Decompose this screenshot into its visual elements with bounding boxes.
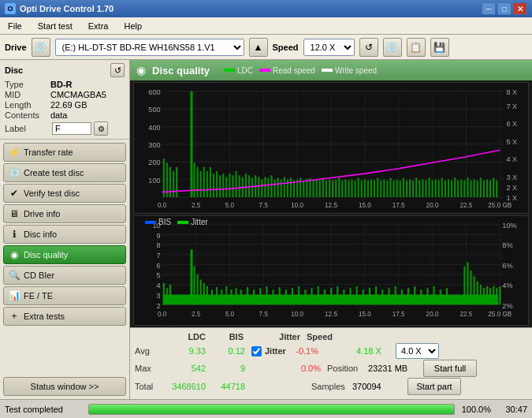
nav-cd-bier[interactable]: 🔍 CD BIer [3,266,126,285]
stats-table: LDC BIS Jitter Speed Avg 9.33 0.12 Jitte… [135,332,527,395]
svg-rect-241 [474,277,475,305]
svg-rect-120 [422,180,423,197]
max-ldc: 542 [165,364,212,373]
svg-text:7 X: 7 X [506,102,517,110]
close-button[interactable]: ✕ [513,2,527,15]
avg-speed-val: 4.18 X [356,346,396,356]
svg-text:3 X: 3 X [506,172,517,181]
svg-rect-47 [176,167,177,197]
disc-label-input[interactable] [52,122,91,135]
refresh-button[interactable]: ↺ [359,38,378,57]
svg-rect-107 [380,181,381,197]
disc-label-row: Label ⚙ [5,121,125,136]
svg-rect-247 [493,286,494,304]
disc-length-val: 22.69 GB [50,100,87,110]
total-bis: 44718 [212,382,251,391]
svg-rect-109 [386,181,388,197]
svg-rect-226 [375,286,377,304]
menu-file[interactable]: File [3,20,27,32]
svg-rect-222 [349,288,351,304]
svg-rect-127 [445,181,446,197]
samples-label: Samples [311,382,352,391]
left-panel: Disc ↺ Type BD-R MID CMCMAGBA5 Length 22… [0,60,130,399]
speed-select-bottom[interactable]: 1.0 X2.0 X4.0 X6.0 X8.0 X10.0 X12.0 X [396,343,439,359]
svg-rect-131 [457,181,459,197]
svg-rect-46 [173,171,174,197]
svg-rect-191 [166,288,168,304]
start-full-button[interactable]: Start full [423,360,477,377]
svg-text:6%: 6% [502,262,512,270]
svg-text:2: 2 [157,302,161,310]
legend-bis-color [145,221,156,224]
svg-rect-243 [480,285,482,304]
svg-rect-237 [446,288,448,304]
drive-select[interactable]: (E:) HL-DT-ST BD-RE WH16NS58 1.V1 [55,39,244,56]
svg-text:25.0 GB: 25.0 GB [488,310,512,318]
nav-drive-info[interactable]: 🖥 Drive info [3,204,126,223]
svg-rect-86 [313,181,314,197]
svg-rect-239 [467,263,468,305]
disc-contents-val: data [50,110,67,120]
nav-extra-tests[interactable]: + Extra tests [3,307,126,326]
legend-write-label: Write speed [335,66,377,75]
menu-extra[interactable]: Extra [84,20,113,32]
svg-rect-69 [258,177,259,197]
svg-rect-71 [264,177,266,197]
svg-rect-108 [383,180,385,197]
maximize-button[interactable]: □ [497,2,512,15]
nav-transfer-rate[interactable]: ⚡ Transfer rate [3,143,126,162]
svg-rect-87 [316,180,318,197]
svg-rect-90 [326,181,327,197]
svg-rect-195 [197,274,199,304]
nav-fe-te[interactable]: 📊 FE / TE [3,286,126,305]
svg-text:17.5: 17.5 [392,310,405,318]
svg-rect-140 [486,180,488,197]
disc-type-row: Type BD-R [5,80,125,89]
svg-rect-45 [169,167,171,197]
svg-rect-197 [203,283,205,305]
disc-label-settings-button[interactable]: ⚙ [94,121,108,136]
legend-read-speed: Read speed [259,66,315,75]
bottom-chart-legend: BIS Jitter [145,218,208,226]
speed-select[interactable]: 12.0 X [303,39,355,56]
eject-button[interactable]: ▲ [249,38,268,57]
save-button[interactable]: 💾 [430,38,449,57]
svg-rect-122 [428,177,430,197]
top-chart-svg: 600 500 400 300 200 100 8 X 7 X 6 X 5 X … [134,83,528,213]
copy-button[interactable]: 📋 [407,38,426,57]
nav-disc-info[interactable]: ℹ Disc info [3,225,126,244]
svg-rect-212 [285,290,287,305]
nav-verify-test[interactable]: ✔ Verify test disc [3,184,126,203]
svg-text:600: 600 [148,88,160,96]
jitter-checkbox[interactable] [251,346,262,356]
start-part-button[interactable]: Start part [407,378,461,395]
menu-start-test[interactable]: Start test [33,20,77,32]
svg-rect-249 [499,286,500,304]
nav-fe-te-label: FE / TE [24,291,53,300]
svg-text:20.0: 20.0 [426,310,439,318]
svg-rect-196 [200,280,202,305]
window-controls: ─ □ ✕ [482,2,527,15]
minimize-button[interactable]: ─ [482,2,496,15]
disc-refresh-button[interactable]: ↺ [110,63,125,77]
nav-create-test[interactable]: 💿 Create test disc [3,163,126,182]
svg-rect-119 [419,181,420,197]
status-window-button[interactable]: Status window >> [3,377,126,396]
nav-disc-quality[interactable]: ◉ Disc quality [3,245,126,264]
svg-text:22.5: 22.5 [459,310,472,318]
disc-mid-key: MID [5,90,50,99]
total-label: Total [135,382,165,391]
disc-button[interactable]: 💿 [383,38,402,57]
svg-rect-248 [496,288,497,304]
menu-help[interactable]: Help [119,20,147,32]
svg-text:5.0: 5.0 [225,310,235,318]
position-label: Position [327,364,368,373]
svg-rect-143 [496,181,497,197]
svg-rect-246 [489,288,491,304]
svg-rect-110 [389,177,391,197]
svg-rect-244 [483,288,485,304]
svg-rect-130 [454,177,456,197]
nav-create-test-label: Create test disc [24,168,84,177]
svg-rect-232 [414,286,415,304]
elapsed-time: 30:47 [496,405,527,414]
